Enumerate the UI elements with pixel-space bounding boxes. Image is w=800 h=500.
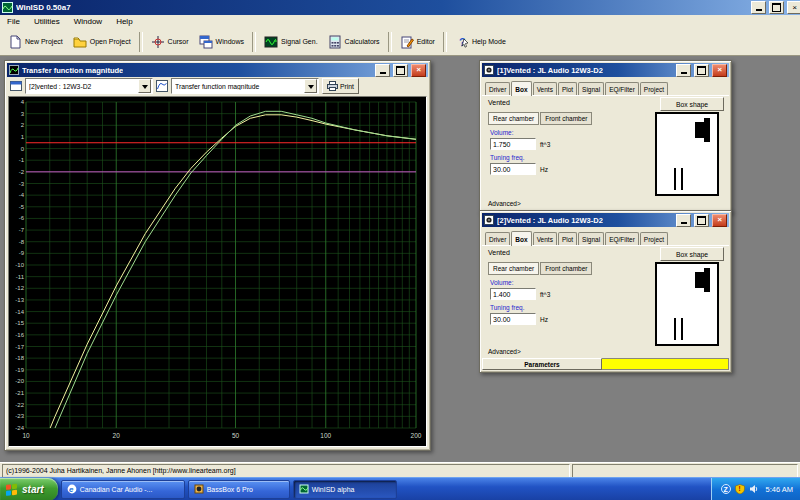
project-2-close-button[interactable] [712, 214, 727, 227]
svg-text:-23: -23 [15, 413, 24, 419]
front-chamber-tab[interactable]: Front chamber [540, 262, 592, 275]
tray-volume-icon[interactable] [749, 484, 759, 494]
menu-file[interactable]: File [0, 16, 27, 27]
front-chamber-tab[interactable]: Front chamber [540, 112, 592, 125]
project-selector-combo[interactable]: [2]vented : 12W3-D2 [25, 78, 153, 94]
tab-box[interactable]: Box [511, 231, 531, 246]
tab-project[interactable]: Project [640, 82, 668, 95]
task-canadian-car-audio[interactable]: e Canadian Car Audio -... [61, 480, 185, 499]
transfer-minimize-button[interactable] [375, 64, 390, 77]
project-selector-dropdown-arrow[interactable] [138, 79, 151, 93]
tuning-freq-input[interactable] [490, 313, 536, 325]
task-winisd-alpha[interactable]: WinISD alpha [293, 480, 397, 499]
toolbar-separator [139, 32, 143, 52]
tab-vents[interactable]: Vents [533, 82, 557, 95]
menu-help[interactable]: Help [109, 16, 139, 27]
app-close-button[interactable] [787, 1, 800, 14]
tab-plot[interactable]: Plot [558, 232, 577, 245]
tab-eq-filter[interactable]: EQ/Filter [605, 82, 639, 95]
transfer-function-window: Transfer function magnitude [2]vented : … [4, 60, 431, 451]
tab-driver[interactable]: Driver [485, 232, 510, 245]
transfer-window-title: Transfer function magnitude [22, 66, 123, 75]
tab-driver[interactable]: Driver [485, 82, 510, 95]
advanced-link[interactable]: Advanced> [488, 348, 521, 355]
app-maximize-button[interactable] [769, 1, 784, 14]
tab-box[interactable]: Box [511, 81, 531, 96]
app-icon [2, 2, 13, 13]
project-1-minimize-button[interactable] [676, 64, 691, 77]
svg-text:-19: -19 [15, 367, 24, 373]
plot-type-dropdown-arrow[interactable] [304, 79, 317, 93]
editor-label: Editor [417, 38, 435, 45]
tab-project[interactable]: Project [640, 232, 668, 245]
project-window-1-titlebar[interactable]: [1]Vented : JL Audio 12W3-D2 [482, 63, 729, 77]
cursor-button[interactable]: Cursor [146, 29, 194, 55]
rear-chamber-tab[interactable]: Rear chamber [488, 262, 539, 275]
menu-utilities[interactable]: Utilities [27, 16, 67, 27]
parameters-header[interactable]: Parameters [482, 358, 602, 370]
volume-input[interactable] [490, 288, 536, 300]
menu-window[interactable]: Window [67, 16, 109, 27]
signal-generator-button[interactable]: Signal Gen. [259, 29, 323, 55]
project-window-2-title: [2]Vented : JL Audio 12W3-D2 [497, 216, 603, 225]
tray-security-icon[interactable]: ! [735, 484, 745, 494]
mdi-area: Transfer function magnitude [2]vented : … [0, 56, 800, 462]
app-minimize-button[interactable] [751, 1, 766, 14]
menu-bar: File Utilities Window Help [0, 15, 800, 29]
app-titlebar[interactable]: WinISD 0.50a7 [0, 0, 800, 15]
project-selector-value: [2]vented : 12W3-D2 [29, 83, 135, 90]
status-cell-right [572, 464, 798, 478]
calculators-button[interactable]: Calculators [323, 29, 385, 55]
box-shape-diagram [655, 262, 719, 346]
windows-button[interactable]: Windows [194, 29, 249, 55]
winisd-icon [299, 484, 309, 494]
help-mode-button[interactable]: ? Help Mode [450, 29, 511, 55]
taskbar: start e Canadian Car Audio -... BassBox … [0, 477, 800, 500]
tab-eq-filter[interactable]: EQ/Filter [605, 232, 639, 245]
toolbar-separator [388, 32, 392, 52]
box-shape-button[interactable]: Box shape [660, 247, 724, 261]
plot-type-combo[interactable]: Transfer function magnitude [171, 78, 319, 94]
transfer-function-plot[interactable]: -24-23-22-21-20-19-18-17-16-15-14-13-12-… [9, 97, 422, 443]
open-project-button[interactable]: Open Project [68, 29, 136, 55]
start-button[interactable]: start [0, 478, 58, 500]
tab-signal[interactable]: Signal [578, 232, 604, 245]
toolbar-separator [252, 32, 256, 52]
editor-icon [400, 35, 414, 49]
tuning-freq-input[interactable] [490, 163, 536, 175]
project-window-2-titlebar[interactable]: [2]Vented : JL Audio 12W3-D2 [482, 213, 729, 227]
project-2-maximize-button[interactable] [694, 214, 709, 227]
task-bassbox-6-pro[interactable]: BassBox 6 Pro [188, 480, 290, 499]
tray-messenger-icon[interactable]: Z [721, 484, 731, 494]
box-shape-button[interactable]: Box shape [660, 97, 724, 111]
tab-signal[interactable]: Signal [578, 82, 604, 95]
windows-icon [199, 35, 213, 49]
svg-text:-3: -3 [19, 181, 25, 187]
chamber-tabs: Rear chamber Front chamber [488, 112, 593, 125]
calculators-label: Calculators [345, 38, 380, 45]
project-2-minimize-button[interactable] [676, 214, 691, 227]
plot-area[interactable]: -24-23-22-21-20-19-18-17-16-15-14-13-12-… [8, 96, 427, 447]
svg-text:-8: -8 [19, 239, 25, 245]
cursor-icon [151, 35, 165, 49]
project-1-close-button[interactable] [712, 64, 727, 77]
box-shape-diagram [655, 112, 719, 196]
svg-text:-21: -21 [15, 390, 24, 396]
project-1-box-panel: Vented Box shape Rear chamber Front cham… [482, 96, 729, 210]
svg-text:-7: -7 [19, 227, 25, 233]
advanced-link[interactable]: Advanced> [488, 200, 521, 207]
transfer-window-titlebar[interactable]: Transfer function magnitude [7, 63, 428, 77]
tab-plot[interactable]: Plot [558, 82, 577, 95]
editor-button[interactable]: Editor [395, 29, 440, 55]
task-label: BassBox 6 Pro [207, 486, 253, 493]
windows-flag-icon [5, 483, 18, 496]
new-project-button[interactable]: New Project [3, 29, 68, 55]
svg-text:-9: -9 [19, 250, 25, 256]
rear-chamber-tab[interactable]: Rear chamber [488, 112, 539, 125]
volume-input[interactable] [490, 138, 536, 150]
tab-vents[interactable]: Vents [533, 232, 557, 245]
transfer-close-button[interactable] [411, 64, 426, 77]
project-1-maximize-button[interactable] [694, 64, 709, 77]
transfer-maximize-button[interactable] [393, 64, 408, 77]
print-button[interactable]: Print [322, 78, 359, 94]
